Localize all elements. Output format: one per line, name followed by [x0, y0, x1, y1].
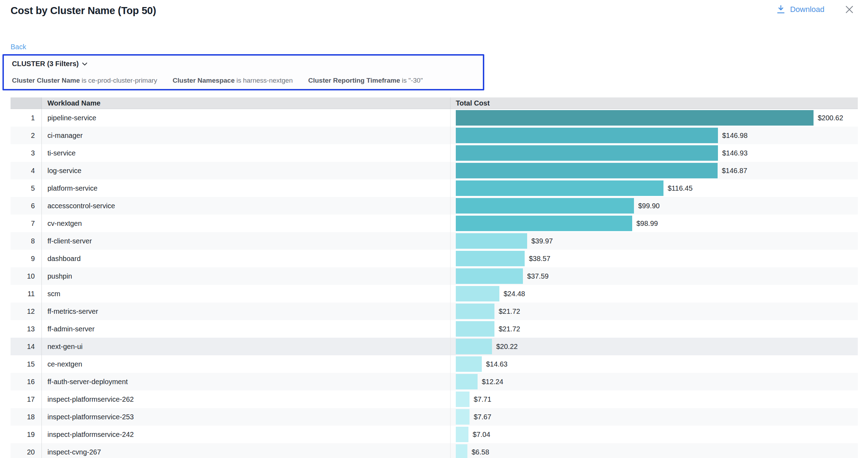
toolbar: Download: [777, 5, 854, 14]
table-row[interactable]: 11 scm $24.48: [11, 285, 858, 303]
cost-bar: [456, 427, 468, 442]
cost-value-label: $14.63: [486, 360, 507, 368]
table-row[interactable]: 14 next-gen-ui $20.22: [11, 338, 858, 355]
row-total-cost: $200.62: [450, 109, 858, 127]
cost-bar: [456, 304, 494, 319]
header-total-cost: Total Cost: [450, 97, 858, 109]
row-rank: 11: [11, 285, 41, 303]
row-rank: 8: [11, 232, 41, 250]
back-link[interactable]: Back: [11, 43, 26, 51]
row-total-cost: $37.59: [450, 267, 858, 285]
header-rank-column: [11, 97, 41, 109]
table-row[interactable]: 17 inspect-platformservice-262 $7.71: [11, 390, 858, 408]
table-row[interactable]: 9 dashboard $38.57: [11, 250, 858, 267]
row-workload-name: inspect-platformservice-262: [41, 390, 450, 408]
download-icon: [777, 5, 785, 14]
table-row[interactable]: 12 ff-metrics-server $21.72: [11, 303, 858, 320]
row-rank: 10: [11, 267, 41, 285]
row-rank: 3: [11, 144, 41, 162]
table-row[interactable]: 3 ti-service $146.93: [11, 144, 858, 162]
row-rank: 15: [11, 355, 41, 373]
chevron-down-icon: [82, 62, 88, 66]
cost-value-label: $146.87: [722, 167, 747, 175]
table-row[interactable]: 10 pushpin $37.59: [11, 267, 858, 285]
row-total-cost: $38.57: [450, 250, 858, 267]
row-workload-name: scm: [41, 285, 450, 303]
filter-field: Cluster Cluster Name: [12, 77, 80, 84]
row-rank: 16: [11, 373, 41, 390]
cost-value-label: $21.72: [499, 307, 520, 316]
table-row[interactable]: 7 cv-nextgen $98.99: [11, 215, 858, 232]
table-row[interactable]: 13 ff-admin-server $21.72: [11, 320, 858, 338]
table-row[interactable]: 19 inspect-platformservice-242 $7.04: [11, 426, 858, 443]
download-label: Download: [790, 5, 824, 14]
row-rank: 14: [11, 338, 41, 355]
table-row[interactable]: 16 ff-auth-server-deployment $12.24: [11, 373, 858, 390]
table-row[interactable]: 20 inspect-cvng-267 $6.58: [11, 443, 858, 458]
row-workload-name: ff-client-server: [41, 232, 450, 250]
row-workload-name: cv-nextgen: [41, 215, 450, 232]
cost-bar: [456, 198, 634, 214]
row-rank: 1: [11, 109, 41, 127]
row-rank: 12: [11, 303, 41, 320]
cost-value-label: $24.48: [504, 290, 525, 298]
cost-value-label: $7.04: [473, 431, 490, 439]
cost-bar: [456, 409, 469, 425]
download-button[interactable]: Download: [777, 5, 824, 14]
row-total-cost: $98.99: [450, 215, 858, 232]
filter-panel: CLUSTER (3 Filters) Cluster Cluster Name…: [2, 54, 484, 90]
cost-bar: [456, 128, 718, 143]
cost-bar: [456, 251, 525, 266]
row-total-cost: $7.67: [450, 408, 858, 426]
row-workload-name: pushpin: [41, 267, 450, 285]
row-workload-name: inspect-platformservice-253: [41, 408, 450, 426]
cost-value-label: $200.62: [818, 114, 843, 122]
cost-bar: [456, 233, 527, 249]
table-row[interactable]: 6 accesscontrol-service $99.90: [11, 197, 858, 215]
cost-value-label: $116.45: [668, 184, 693, 192]
close-button[interactable]: [845, 5, 854, 14]
filter-value: "-30": [408, 77, 423, 84]
row-workload-name: inspect-cvng-267: [41, 443, 450, 458]
row-workload-name: ff-metrics-server: [41, 303, 450, 320]
cost-table: Workload Name Total Cost 1 pipeline-serv…: [11, 97, 858, 458]
row-total-cost: $24.48: [450, 285, 858, 303]
close-icon: [845, 10, 854, 15]
row-rank: 18: [11, 408, 41, 426]
cost-bar: [456, 392, 469, 407]
cost-bar: [456, 268, 523, 284]
cost-value-label: $12.24: [482, 378, 503, 386]
row-rank: 9: [11, 250, 41, 267]
header-workload-name: Workload Name: [41, 97, 450, 109]
table-row[interactable]: 18 inspect-platformservice-253 $7.67: [11, 408, 858, 426]
table-row[interactable]: 1 pipeline-service $200.62: [11, 109, 858, 127]
row-workload-name: ci-manager: [41, 127, 450, 144]
cost-bar: [456, 374, 478, 389]
table-header: Workload Name Total Cost: [11, 97, 858, 109]
row-rank: 13: [11, 320, 41, 338]
table-row[interactable]: 5 platform-service $116.45: [11, 179, 858, 197]
table-row[interactable]: 15 ce-nextgen $14.63: [11, 355, 858, 373]
table-row[interactable]: 4 log-service $146.87: [11, 162, 858, 179]
cost-value-label: $37.59: [527, 272, 549, 280]
filter-field: Cluster Reporting Timeframe: [308, 77, 400, 84]
row-workload-name: log-service: [41, 162, 450, 179]
filter-group-toggle[interactable]: CLUSTER (3 Filters): [12, 60, 483, 68]
cost-value-label: $20.22: [496, 343, 518, 351]
table-row[interactable]: 8 ff-client-server $39.97: [11, 232, 858, 250]
row-total-cost: $7.04: [450, 426, 858, 443]
filter-operator: is: [237, 77, 241, 84]
cost-bar: [456, 110, 814, 126]
filter-item: Cluster Cluster Nameisce-prod-cluster-pr…: [12, 77, 157, 84]
row-total-cost: $21.72: [450, 320, 858, 338]
cost-value-label: $39.97: [531, 237, 553, 245]
page-title: Cost by Cluster Name (Top 50): [11, 5, 156, 17]
cost-value-label: $146.98: [722, 132, 747, 140]
cost-bar: [456, 356, 482, 372]
filter-operator: is: [82, 77, 86, 84]
row-total-cost: $21.72: [450, 303, 858, 320]
filter-group-title: CLUSTER (3 Filters): [12, 60, 79, 68]
filter-field: Cluster Namespace: [173, 77, 234, 84]
table-row[interactable]: 2 ci-manager $146.98: [11, 127, 858, 144]
row-total-cost: $146.93: [450, 144, 858, 162]
